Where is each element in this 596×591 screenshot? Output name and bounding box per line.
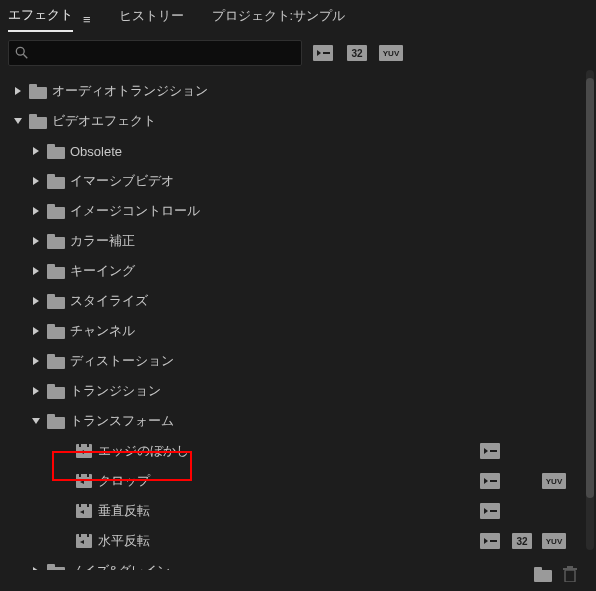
folder-label: チャンネル xyxy=(70,322,568,340)
folder-image-control[interactable]: イメージコントロール xyxy=(4,196,596,226)
accelerated-badge-icon xyxy=(480,443,500,459)
preset-icon xyxy=(74,443,94,459)
32bit-badge-icon xyxy=(512,533,532,549)
panel-footer xyxy=(534,566,578,585)
preset-icon xyxy=(74,533,94,549)
filter-accelerated-button[interactable] xyxy=(310,42,336,64)
folder-icon xyxy=(46,353,66,369)
folder-obsolete[interactable]: Obsolete xyxy=(4,136,596,166)
tab-effects[interactable]: エフェクト xyxy=(8,6,73,32)
effect-vertical-flip[interactable]: 垂直反転 xyxy=(4,496,596,526)
folder-label: イマーシブビデオ xyxy=(70,172,568,190)
panel-menu-icon[interactable]: ≡ xyxy=(83,12,91,27)
folder-icon xyxy=(46,563,66,570)
folder-color-correction[interactable]: カラー補正 xyxy=(4,226,596,256)
folder-icon xyxy=(46,293,66,309)
folder-label: ノイズ&グレイン xyxy=(70,562,568,570)
chevron-right-icon xyxy=(12,87,24,95)
folder-audio-transition[interactable]: オーディオトランジション xyxy=(4,76,596,106)
accelerated-badge-icon xyxy=(480,473,500,489)
chevron-right-icon xyxy=(30,237,42,245)
folder-icon xyxy=(46,233,66,249)
folder-video-effects[interactable]: ビデオエフェクト xyxy=(4,106,596,136)
chevron-right-icon xyxy=(30,207,42,215)
chevron-right-icon xyxy=(30,567,42,570)
folder-icon xyxy=(46,263,66,279)
search-toolbar xyxy=(0,32,596,72)
effect-badges xyxy=(478,503,566,519)
folder-label: Obsolete xyxy=(70,144,568,159)
folder-keying[interactable]: キーイング xyxy=(4,256,596,286)
folder-icon xyxy=(46,143,66,159)
chevron-right-icon xyxy=(30,357,42,365)
folder-transition[interactable]: トランジション xyxy=(4,376,596,406)
folder-label: スタイライズ xyxy=(70,292,568,310)
folder-transform[interactable]: トランスフォーム xyxy=(4,406,596,436)
filter-32bit-button[interactable] xyxy=(344,42,370,64)
tree-scrollbar[interactable] xyxy=(586,70,594,550)
yuv-badge-icon xyxy=(542,533,566,549)
chevron-right-icon xyxy=(30,177,42,185)
folder-icon xyxy=(46,323,66,339)
chevron-right-icon xyxy=(30,327,42,335)
delete-button[interactable] xyxy=(562,566,578,585)
folder-stylize[interactable]: スタイライズ xyxy=(4,286,596,316)
chevron-down-icon xyxy=(30,418,42,424)
folder-label: カラー補正 xyxy=(70,232,568,250)
folder-icon xyxy=(28,113,48,129)
folder-label: ディストーション xyxy=(70,352,568,370)
panel-tabs: エフェクト ≡ ヒストリー プロジェクト:サンプル xyxy=(0,0,596,32)
accelerated-badge-icon xyxy=(480,503,500,519)
folder-noise-grain[interactable]: ノイズ&グレイン xyxy=(4,556,596,570)
chevron-right-icon xyxy=(30,297,42,305)
folder-immersive[interactable]: イマーシブビデオ xyxy=(4,166,596,196)
effect-horizontal-flip[interactable]: 水平反転 xyxy=(4,526,596,556)
folder-label: イメージコントロール xyxy=(70,202,568,220)
folder-label: ビデオエフェクト xyxy=(52,112,568,130)
folder-distortion[interactable]: ディストーション xyxy=(4,346,596,376)
search-box[interactable] xyxy=(8,40,302,66)
tab-history[interactable]: ヒストリー xyxy=(119,7,184,31)
folder-label: キーイング xyxy=(70,262,568,280)
effect-badges xyxy=(478,473,566,489)
scrollbar-thumb[interactable] xyxy=(586,78,594,498)
folder-channel[interactable]: チャンネル xyxy=(4,316,596,346)
effect-edge-feather[interactable]: エッジのぼかし xyxy=(4,436,596,466)
filter-yuv-button[interactable] xyxy=(378,42,404,64)
chevron-right-icon xyxy=(30,387,42,395)
folder-icon xyxy=(46,203,66,219)
folder-icon xyxy=(28,83,48,99)
yuv-badge-icon xyxy=(542,473,566,489)
chevron-right-icon xyxy=(30,147,42,155)
new-bin-button[interactable] xyxy=(534,567,552,585)
folder-icon xyxy=(46,383,66,399)
folder-icon xyxy=(46,413,66,429)
search-icon xyxy=(15,46,29,60)
svg-line-15 xyxy=(23,54,27,58)
folder-label: トランジション xyxy=(70,382,568,400)
folder-icon xyxy=(46,173,66,189)
preset-icon xyxy=(74,473,94,489)
accelerated-badge-icon xyxy=(480,533,500,549)
svg-point-14 xyxy=(16,47,24,55)
tab-project[interactable]: プロジェクト:サンプル xyxy=(212,7,346,31)
search-input[interactable] xyxy=(33,46,295,61)
folder-label: トランスフォーム xyxy=(70,412,568,430)
project-name: サンプル xyxy=(293,8,345,23)
preset-icon xyxy=(74,503,94,519)
effect-badges xyxy=(478,443,566,459)
chevron-down-icon xyxy=(12,118,24,124)
folder-label: オーディオトランジション xyxy=(52,82,568,100)
chevron-right-icon xyxy=(30,267,42,275)
effect-crop[interactable]: クロップ xyxy=(4,466,596,496)
project-prefix: プロジェクト: xyxy=(212,8,294,23)
effect-badges xyxy=(478,533,566,549)
effects-tree[interactable]: オーディオトランジション ビデオエフェクト Obsolete イマーシブビデオ … xyxy=(0,72,596,570)
